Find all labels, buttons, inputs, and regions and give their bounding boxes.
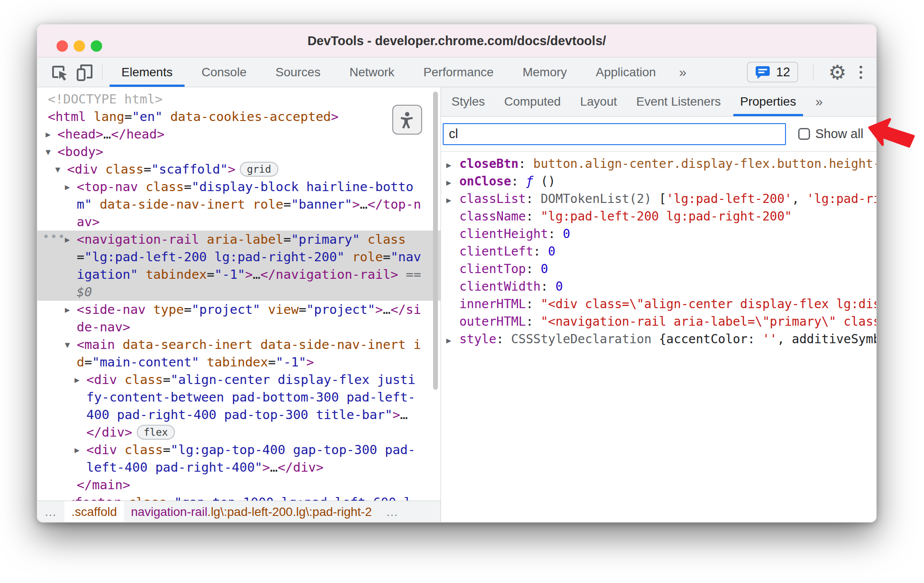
token-n: clientTop <box>459 262 526 276</box>
device-toolbar-icon[interactable] <box>72 61 98 84</box>
expand-arrow-icon[interactable]: ▶ <box>65 301 70 318</box>
property-row[interactable]: clientTop: 0 <box>446 260 876 278</box>
sidebar-tab-styles[interactable]: Styles <box>442 87 494 116</box>
token-d: = <box>163 442 171 457</box>
token-attr: data-side-nav-inert <box>92 197 245 212</box>
tree-row-more-gutter-icon[interactable]: ••• <box>43 228 66 245</box>
property-row[interactable]: clientWidth: 0 <box>446 278 876 295</box>
expand-arrow-icon[interactable]: ▶ <box>75 371 79 388</box>
dom-tree-row[interactable]: ▶<div class="lg:gap-top-400 gap-top-300 … <box>37 441 441 476</box>
token-d: : <box>526 262 541 276</box>
devtools-window: DevTools - developer.chrome.com/docs/dev… <box>37 24 877 523</box>
dom-tree-row[interactable]: ▼<body> <box>37 143 441 160</box>
token-d: … <box>383 302 390 317</box>
more-options-kebab-icon[interactable] <box>857 63 865 82</box>
token-attr: role <box>245 197 283 212</box>
property-row[interactable]: ▶style: CSSStyleDeclaration {accentColor… <box>446 331 876 348</box>
tab-application[interactable]: Application <box>581 57 670 87</box>
token-d: = <box>184 302 191 317</box>
expand-arrow-icon[interactable]: ▶ <box>446 174 459 190</box>
minimize-window-button[interactable] <box>74 40 85 52</box>
property-row[interactable]: clientHeight: 0 <box>446 225 876 243</box>
property-row[interactable]: ▶onClose: ƒ () <box>446 173 876 190</box>
tab-memory[interactable]: Memory <box>508 57 581 87</box>
dom-tree-row[interactable]: </main> <box>37 476 441 494</box>
dom-tree-row-selected[interactable]: •••▶<navigation-rail aria-label="primary… <box>37 231 441 301</box>
token-attr: class <box>117 442 163 457</box>
sidebar-tab-computed[interactable]: Computed <box>494 87 570 116</box>
sidebar-tab-properties[interactable]: Properties <box>731 87 806 116</box>
breadcrumb-left-ellipsis[interactable]: … <box>37 501 64 523</box>
show-all-label[interactable]: Show all <box>815 127 864 141</box>
breadcrumb-right-ellipsis[interactable]: … <box>379 501 406 523</box>
properties-filter-input[interactable] <box>443 123 786 145</box>
sidebar-tab-more-chevron-icon[interactable]: » <box>806 87 832 116</box>
token-n: clientWidth <box>459 279 540 294</box>
token-tag: > <box>228 162 235 177</box>
token-tag: > <box>352 197 360 212</box>
expand-arrow-icon[interactable]: ▶ <box>446 156 459 173</box>
devtools-main-toolbar: ElementsConsoleSourcesNetworkPerformance… <box>37 57 876 87</box>
dom-tree-row[interactable]: ▶<div class="align-center display-flex j… <box>37 371 441 441</box>
crumb-scaffold[interactable]: .scaffold <box>64 501 124 523</box>
token-val: "en" <box>132 109 163 124</box>
token-d: … <box>400 407 408 422</box>
sidebar-tab-layout[interactable]: Layout <box>570 87 626 116</box>
token-val: "project" <box>192 302 260 317</box>
tab-more-chevron-icon[interactable]: » <box>670 57 695 87</box>
zoom-window-button[interactable] <box>91 40 102 52</box>
dom-tree-row[interactable]: ▶<head>…</head> <box>37 125 441 143</box>
dom-tree-row[interactable]: ▶<side-nav type="project" view="project"… <box>37 301 441 336</box>
dom-tree-row[interactable]: ▼<div class="scaffold">grid <box>37 160 441 178</box>
expand-arrow-icon[interactable]: ▶ <box>75 441 79 459</box>
property-row[interactable]: clientLeft: 0 <box>446 243 876 260</box>
expand-arrow-icon[interactable]: ▶ <box>446 331 459 348</box>
tab-sources[interactable]: Sources <box>261 57 335 87</box>
dom-tree-row[interactable]: ▶<top-nav class="display-block hairline-… <box>37 178 441 231</box>
collapse-arrow-icon[interactable]: ▼ <box>55 160 60 178</box>
property-row[interactable]: outerHTML: "<navigation-rail aria-label=… <box>446 313 876 331</box>
tab-network[interactable]: Network <box>335 57 409 87</box>
collapse-arrow-icon[interactable]: ▼ <box>65 336 70 353</box>
crumb-navigation-rail[interactable]: navigation-rail.lg\:pad-left-200.lg\:pad… <box>124 501 379 523</box>
elements-panel: <!DOCTYPE html><html lang="en" data-cook… <box>37 87 441 523</box>
token-attr: class <box>117 372 163 387</box>
token-d: : <box>526 192 541 206</box>
toolbar-icons <box>37 57 107 87</box>
show-all-checkbox[interactable] <box>798 128 810 140</box>
grid-badge[interactable]: grid <box>240 162 278 177</box>
collapse-arrow-icon[interactable]: ▼ <box>46 143 50 160</box>
breadcrumb: ….scaffoldnavigation-rail.lg\:pad-left-2… <box>37 501 441 523</box>
property-row[interactable]: innerHTML: "<div class=\"align-center di… <box>446 295 876 313</box>
tab-console[interactable]: Console <box>187 57 261 87</box>
sidebar-tab-event-listeners[interactable]: Event Listeners <box>627 87 731 116</box>
accessibility-overlay-button[interactable] <box>392 105 422 135</box>
expand-arrow-icon[interactable]: ▶ <box>65 178 70 196</box>
dom-tree-row[interactable]: <!DOCTYPE html> <box>37 90 441 108</box>
tab-performance[interactable]: Performance <box>409 57 508 87</box>
token-val: "primary" <box>291 232 360 247</box>
token-attr: class <box>138 179 184 194</box>
expand-arrow-icon[interactable]: ▶ <box>65 231 70 248</box>
settings-gear-icon[interactable]: ⚙ <box>828 62 846 82</box>
close-window-button[interactable] <box>57 40 68 52</box>
property-row[interactable]: ▶closeBtn: button.align-center.display-f… <box>446 155 876 173</box>
tab-elements[interactable]: Elements <box>107 57 187 87</box>
token-d: = <box>124 109 132 124</box>
token-d: : <box>540 279 555 294</box>
flex-badge[interactable]: flex <box>137 425 175 440</box>
inspect-element-icon[interactable] <box>47 61 72 84</box>
property-row[interactable]: ▶classList: DOMTokenList(2) ['lg:pad-lef… <box>446 190 876 208</box>
dom-tree-row[interactable]: ▼<main data-search-inert data-side-nav-i… <box>37 336 441 371</box>
issues-badge-button[interactable]: 12 <box>747 62 798 82</box>
dom-tree-row[interactable]: <html lang="en" data-cookies-accepted> <box>37 108 441 125</box>
expand-arrow-icon[interactable]: ▶ <box>446 191 459 208</box>
token-str: "<div class=\"align-center display-flex … <box>540 297 876 311</box>
token-d: … <box>103 127 111 142</box>
elements-scrollbar-thumb[interactable] <box>433 92 438 390</box>
expand-arrow-icon[interactable]: ▶ <box>55 494 60 501</box>
property-row[interactable]: className: "lg:pad-left-200 lg:pad-right… <box>446 208 876 225</box>
expand-arrow-icon[interactable]: ▶ <box>46 125 50 143</box>
dom-tree-row[interactable]: ▶<footer class="gap-top-1000 lg:pad-left… <box>37 494 441 501</box>
token-d: : <box>496 332 511 346</box>
